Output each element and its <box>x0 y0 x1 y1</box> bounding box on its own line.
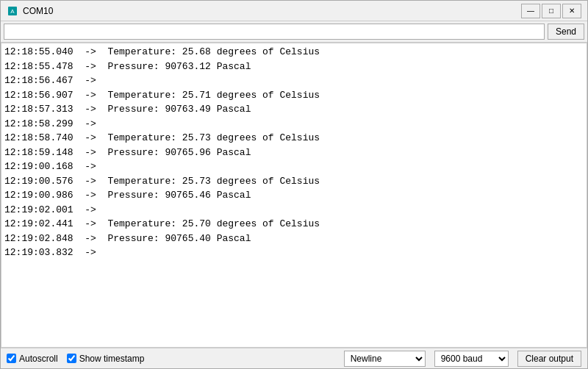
log-line: 12:19:00.168 -> <box>4 160 584 174</box>
window-controls: — □ ✕ <box>521 4 581 18</box>
title-bar: A COM10 — □ ✕ <box>1 1 587 21</box>
log-line: 12:18:59.148 -> Pressure: 90765.96 Pasca… <box>4 146 584 160</box>
arduino-serial-monitor: A COM10 — □ ✕ Send 12:18:55.040 -> Tempe… <box>0 0 588 369</box>
autoscroll-checkbox[interactable] <box>7 354 16 363</box>
send-button[interactable]: Send <box>548 24 584 40</box>
show-timestamp-label[interactable]: Show timestamp <box>67 354 145 364</box>
toolbar: Send <box>1 21 587 43</box>
show-timestamp-checkbox[interactable] <box>67 354 76 363</box>
log-line: 12:19:03.832 -> <box>4 246 584 260</box>
window-icon: A <box>7 5 18 17</box>
maximize-button[interactable]: □ <box>542 4 561 18</box>
serial-input[interactable] <box>4 24 545 40</box>
log-line: 12:18:58.299 -> <box>4 117 584 132</box>
log-line: 12:18:56.467 -> <box>4 74 584 88</box>
close-button[interactable]: ✕ <box>562 4 581 18</box>
minimize-button[interactable]: — <box>521 4 540 18</box>
clear-output-button[interactable]: Clear output <box>517 351 581 367</box>
newline-select[interactable]: No line ending Newline Carriage return B… <box>344 351 426 367</box>
log-line: 12:19:02.441 -> Temperature: 25.70 degre… <box>4 217 584 232</box>
log-line: 12:18:56.907 -> Temperature: 25.71 degre… <box>4 88 584 103</box>
log-line: 12:18:55.040 -> Temperature: 25.68 degre… <box>4 45 584 60</box>
status-bar: Autoscroll Show timestamp No line ending… <box>1 348 587 368</box>
log-line: 12:19:02.848 -> Pressure: 90765.40 Pasca… <box>4 232 584 246</box>
log-line: 12:19:02.001 -> <box>4 203 584 218</box>
window-title: COM10 <box>23 6 521 16</box>
log-line: 12:19:00.576 -> Temperature: 25.73 degre… <box>4 174 584 189</box>
autoscroll-text: Autoscroll <box>19 354 58 364</box>
svg-text:A: A <box>10 8 15 15</box>
autoscroll-label[interactable]: Autoscroll <box>7 354 58 364</box>
show-timestamp-text: Show timestamp <box>79 354 145 364</box>
log-line: 12:18:55.478 -> Pressure: 90763.12 Pasca… <box>4 60 584 74</box>
log-line: 12:18:58.740 -> Temperature: 25.73 degre… <box>4 131 584 146</box>
log-line: 12:18:57.313 -> Pressure: 90763.49 Pasca… <box>4 102 584 117</box>
baud-select[interactable]: 300 baud 1200 baud 2400 baud 4800 baud 9… <box>434 351 509 367</box>
serial-output[interactable]: 12:18:55.040 -> Temperature: 25.68 degre… <box>1 43 587 348</box>
log-line: 12:19:00.986 -> Pressure: 90765.46 Pasca… <box>4 188 584 203</box>
